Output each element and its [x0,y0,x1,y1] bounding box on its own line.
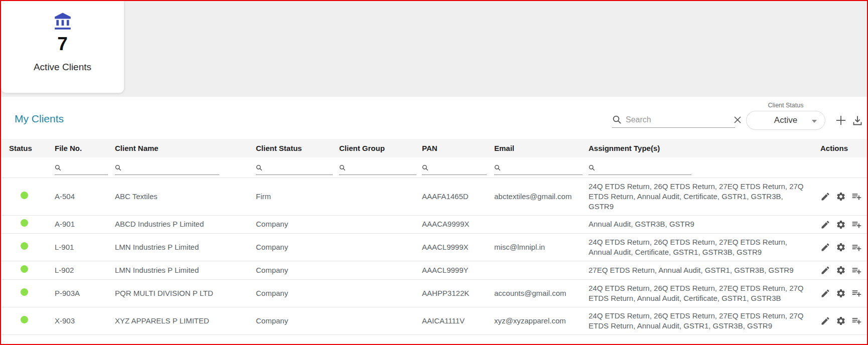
playlist-add-icon [851,265,862,276]
top-summary-band: 7 Active Clients [1,1,867,97]
table-filter-row [1,157,868,178]
add-client-button[interactable] [835,115,846,126]
status-dot [21,265,28,273]
pencil-icon [820,265,830,275]
magnifier-icon [339,164,346,171]
plus-icon [835,115,846,126]
client-settings-button[interactable] [836,192,846,202]
gear-icon [836,220,846,230]
assignment-types-cell: 27EQ ETDS Return, Annual Audit, GSTR1, G… [589,265,805,275]
add-assignment-button[interactable] [851,219,862,230]
column-header-client-name: Client Name [115,139,256,157]
gear-icon [836,192,846,202]
clients-table: Status File No. Client Name Client Statu… [1,139,868,335]
filter-client-status-input[interactable] [265,163,333,171]
magnifier-icon [589,164,595,171]
client-group-cell [339,215,422,234]
table-row[interactable]: X-903 XYZ APPARELS P LIMITED Company AAI… [1,307,868,334]
table-row[interactable]: L-901 LMN Industries P Limited Company A… [1,234,868,261]
export-button[interactable] [852,115,863,126]
client-settings-button[interactable] [836,220,846,230]
client-group-cell [339,178,422,215]
table-row[interactable]: P-903A PQR MULTI DIVISION P LTD Company … [1,279,868,307]
edit-client-button[interactable] [820,288,830,298]
status-dot [21,219,28,227]
email-cell [494,261,589,280]
client-status-value: Active [774,115,797,125]
client-name-cell: LMN Industries P Limited [115,261,256,280]
table-header-row: Status File No. Client Name Client Statu… [1,139,868,157]
table-row[interactable]: A-901 ABCD Industries P Limited Company … [1,215,868,234]
assignment-types-cell: 24Q ETDS Return, 26Q ETDS Return, 27EQ E… [589,311,805,331]
edit-client-button[interactable] [820,316,830,326]
column-header-assignment-types: Assignment Type(s) [589,139,816,157]
magnifier-icon [55,164,61,171]
filter-assignment-types [589,162,691,175]
client-name-cell: ABC Textiles [115,178,256,215]
client-name-cell: PQR MULTI DIVISION P LTD [115,279,256,307]
playlist-add-icon [851,242,862,253]
gear-icon [836,288,846,298]
column-header-pan: PAN [422,139,494,157]
active-clients-label: Active Clients [34,62,91,73]
pencil-icon [820,242,830,252]
column-header-email: Email [494,139,589,157]
magnifier-icon [115,164,121,171]
client-settings-button[interactable] [836,316,846,326]
edit-client-button[interactable] [820,265,830,275]
add-assignment-button[interactable] [851,191,862,202]
client-status-cell: Company [256,307,339,334]
clear-search-icon[interactable] [734,116,742,124]
edit-client-button[interactable] [820,192,830,202]
email-cell: xyz@xyzapparel.com [494,307,589,334]
pan-cell: AAACL9999X [422,234,494,261]
add-assignment-button[interactable] [851,315,862,326]
client-settings-button[interactable] [836,242,846,252]
filter-client-name-input[interactable] [124,163,219,171]
status-dot [21,192,28,199]
search-box [612,112,735,128]
file-no-cell: L-902 [55,261,115,280]
pencil-icon [820,288,830,298]
filter-pan [422,162,487,175]
assignment-types-cell: 24Q ETDS Return, 26Q ETDS Return, 27EQ E… [589,283,805,303]
edit-client-button[interactable] [820,220,830,230]
search-input[interactable] [626,115,730,124]
client-settings-button[interactable] [836,288,846,298]
filter-assignment-types-input[interactable] [598,163,691,171]
download-icon [852,115,863,126]
active-clients-card[interactable]: 7 Active Clients [1,1,124,93]
client-name-cell: XYZ APPARELS P LIMITED [115,307,256,334]
client-group-cell [339,279,422,307]
playlist-add-icon [851,191,862,202]
edit-client-button[interactable] [820,242,830,252]
column-header-status: Status [1,139,55,157]
add-assignment-button[interactable] [851,288,862,298]
pan-cell: AAACL9999Y [422,261,494,280]
client-name-cell: ABCD Industries P Limited [115,215,256,234]
magnifier-icon [256,164,262,171]
filter-email-input[interactable] [504,163,583,171]
column-header-client-group: Client Group [339,139,422,157]
controls-bar: My Clients Client Status Active [1,97,867,139]
magnifier-icon [494,164,501,171]
table-row[interactable]: A-504 ABC Textiles Firm AAAFA1465D abcte… [1,178,868,215]
filter-pan-input[interactable] [431,163,487,171]
filter-client-group [339,162,416,175]
client-settings-button[interactable] [836,265,846,275]
add-assignment-button[interactable] [851,265,862,276]
filter-client-group-input[interactable] [349,163,416,171]
active-clients-count: 7 [57,34,68,55]
client-status-dropdown[interactable]: Active [746,111,825,130]
status-dot [21,288,28,296]
client-status-cell: Firm [256,178,339,215]
playlist-add-icon [851,219,862,230]
column-header-actions: Actions [816,139,868,157]
pencil-icon [820,316,830,326]
filter-file-no-input[interactable] [64,163,108,171]
page-title: My Clients [15,113,64,125]
table-row[interactable]: L-902 LMN Industries P Limited Company A… [1,261,868,280]
file-no-cell: A-901 [55,215,115,234]
column-header-client-status: Client Status [256,139,339,157]
add-assignment-button[interactable] [851,242,862,253]
